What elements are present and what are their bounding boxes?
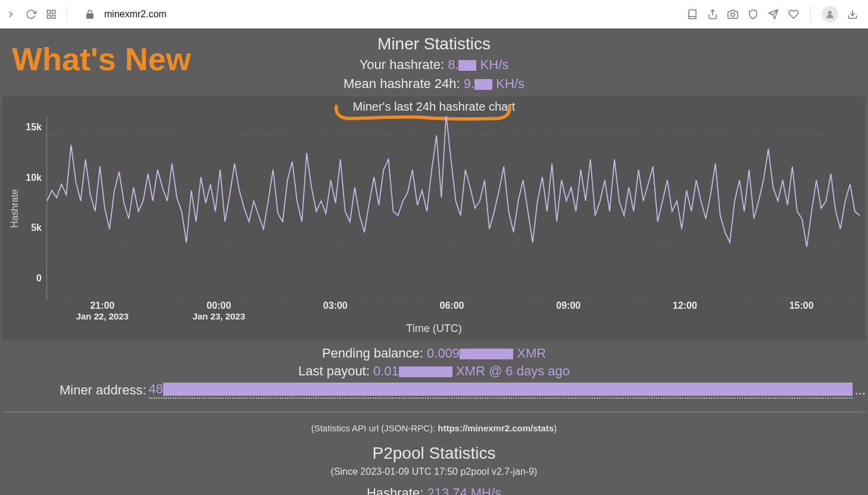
your-hashrate-label: Your hashrate: xyxy=(360,57,444,72)
svg-point-5 xyxy=(731,12,735,16)
p2pool-since: (Since 2023-01-09 UTC 17:50 p2pool v2.7-… xyxy=(0,466,868,477)
x-tick: 12:00 xyxy=(627,300,744,321)
miner-address-row: Miner address: 48 ... xyxy=(0,381,868,399)
y-axis-ticks: 15k 10k 5k 0 xyxy=(21,116,46,300)
x-tick: 00:00Jan 23, 2023 xyxy=(161,300,277,321)
url-text[interactable]: minexmr2.com xyxy=(104,9,167,20)
x-tick: 09:00 xyxy=(510,300,627,321)
svg-rect-3 xyxy=(52,15,55,18)
svg-rect-2 xyxy=(47,15,50,18)
x-tick: 15:00 xyxy=(743,300,860,321)
plot-area[interactable] xyxy=(46,116,860,300)
redacted-value xyxy=(474,79,492,90)
forward-icon[interactable] xyxy=(5,8,17,20)
mean-hashrate-row: Mean hashrate 24h: 9. KH/s xyxy=(0,76,868,92)
mean-hashrate-value: 9. KH/s xyxy=(464,76,524,91)
svg-point-8 xyxy=(828,11,832,14)
redacted-value xyxy=(163,383,853,396)
svg-rect-1 xyxy=(52,10,55,13)
pending-balance-row: Pending balance: 0.009 XMR xyxy=(0,346,868,361)
api-note: (Statistics API url (JSON-RPC): https://… xyxy=(0,423,868,433)
download-icon[interactable] xyxy=(847,8,858,20)
svg-rect-0 xyxy=(47,10,50,13)
reader-icon[interactable] xyxy=(686,8,698,20)
x-tick: 06:00 xyxy=(394,300,510,321)
camera-icon[interactable] xyxy=(727,8,739,20)
chart-subtitle: Miner's last 24h hashrate chart xyxy=(346,99,523,115)
send-icon[interactable] xyxy=(767,8,779,20)
last-payout-row: Last payout: 0.01 XMR @ 6 days ago xyxy=(0,364,868,379)
redacted-value xyxy=(460,349,513,359)
x-axis-label: Time (UTC) xyxy=(8,322,860,335)
heart-icon[interactable] xyxy=(788,8,800,20)
x-tick: 03:00 xyxy=(277,300,394,321)
miner-address-value[interactable]: 48 xyxy=(149,381,853,399)
profile-avatar[interactable] xyxy=(822,6,838,23)
shield-icon[interactable] xyxy=(747,8,759,20)
hashrate-chart: Miner's last 24h hashrate chart Hashrate… xyxy=(2,96,866,341)
browser-toolbar: minexmr2.com xyxy=(0,0,868,29)
x-axis-ticks: 21:00Jan 22, 202300:00Jan 23, 202303:000… xyxy=(44,300,860,321)
address-truncation: ... xyxy=(853,383,868,398)
whats-new-heading[interactable]: What's New xyxy=(12,40,191,77)
section-divider xyxy=(2,412,866,412)
x-tick: 21:00Jan 22, 2023 xyxy=(44,300,161,321)
p2pool-hashrate-row: Hashrate: 213.74 MH/s xyxy=(0,485,868,495)
y-axis-label: Hashrate xyxy=(8,189,21,228)
api-url-link[interactable]: https://minexmr2.com/stats xyxy=(438,423,554,433)
redacted-value xyxy=(458,60,476,71)
share-icon[interactable] xyxy=(707,8,719,20)
apps-icon[interactable] xyxy=(45,8,57,20)
p2pool-title: P2pool Statistics xyxy=(0,444,868,463)
mean-hashrate-label: Mean hashrate 24h: xyxy=(344,76,460,91)
lock-icon[interactable] xyxy=(84,8,96,20)
redacted-value xyxy=(399,366,452,377)
your-hashrate-value: 8. KH/s xyxy=(448,57,508,72)
reload-icon[interactable] xyxy=(25,8,37,20)
